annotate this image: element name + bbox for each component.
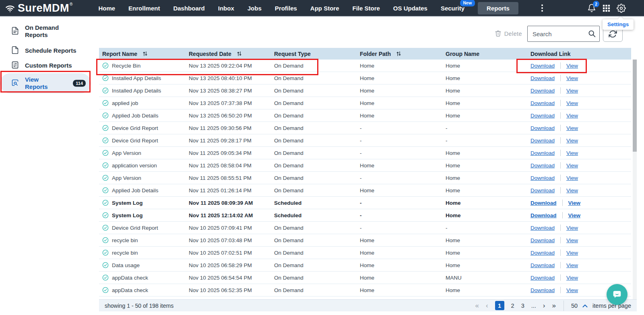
view-link[interactable]: View — [566, 100, 578, 106]
download-link[interactable]: Download — [530, 262, 555, 268]
table-row[interactable]: System Log Nov 11 2025 08:09:39 AM Sched… — [99, 197, 631, 209]
table-row[interactable]: Recycle Bin Nov 13 2025 09:22:04 PM On D… — [99, 60, 631, 72]
column-header-requested-date[interactable]: Requested Date — [186, 51, 271, 57]
download-link[interactable]: Download — [530, 287, 555, 293]
table-row[interactable]: System Log Nov 11 2025 12:14:02 AM Sched… — [99, 209, 631, 222]
table-scrollbar-thumb[interactable] — [633, 60, 637, 152]
page-button-1[interactable]: 1 — [495, 301, 504, 310]
view-link[interactable]: View — [566, 237, 578, 243]
download-link[interactable]: Download — [530, 113, 555, 119]
download-link[interactable]: Download — [530, 237, 555, 243]
sort-icon[interactable] — [143, 51, 147, 56]
sort-icon[interactable] — [396, 51, 401, 56]
page-button-2[interactable]: 2 — [511, 303, 514, 309]
download-link[interactable]: Download — [530, 163, 555, 169]
view-link[interactable]: View — [566, 225, 578, 231]
download-link[interactable]: Download — [530, 187, 555, 194]
sort-icon[interactable] — [237, 51, 242, 56]
table-row[interactable]: appData check Nov 10 2025 06:54:54 PM On… — [99, 272, 631, 284]
table-row[interactable]: App Version Nov 11 2025 08:55:51 PM On D… — [99, 172, 631, 184]
nav-item-profiles[interactable]: Profiles — [275, 5, 297, 12]
view-link[interactable]: View — [566, 150, 578, 156]
table-row[interactable]: Applied Job Details Nov 13 2025 06:50:20… — [99, 109, 631, 122]
table-row[interactable]: Device Grid Report Nov 11 2025 09:30:56 … — [99, 122, 631, 134]
table-row[interactable]: recycle bin Nov 10 2025 07:02:51 PM On D… — [99, 247, 631, 259]
table-row[interactable]: recycle bin Nov 10 2025 07:03:48 PM On D… — [99, 234, 631, 247]
nav-item-home[interactable]: Home — [98, 5, 115, 12]
column-header-group-name[interactable]: Group Name — [442, 51, 527, 57]
more-menu-icon[interactable] — [540, 3, 545, 13]
sidebar-item-schedule-reports[interactable]: Schedule Reports — [0, 46, 91, 56]
view-link[interactable]: View — [566, 125, 578, 131]
nav-item-os-updates[interactable]: OS Updates — [393, 5, 427, 12]
brand-logo[interactable]: SureMDM ® — [5, 0, 72, 16]
download-link[interactable]: Download — [530, 250, 555, 256]
view-link[interactable]: View — [566, 250, 578, 256]
nav-item-file-store[interactable]: File Store — [353, 5, 380, 12]
download-link[interactable]: Download — [530, 125, 555, 131]
column-header-report-name[interactable]: Report Name — [99, 51, 186, 57]
view-link[interactable]: View — [566, 113, 578, 119]
nav-item-app-store[interactable]: App Store — [310, 5, 339, 12]
next-page-button[interactable]: › — [543, 303, 545, 309]
table-row[interactable]: Applied Job Details Nov 11 2025 01:26:14… — [99, 184, 631, 197]
nav-item-jobs[interactable]: Jobs — [248, 5, 262, 12]
table-row[interactable]: Installed App Details Nov 13 2025 08:40:… — [99, 72, 631, 84]
page-button-3[interactable]: 3 — [521, 303, 524, 309]
view-link[interactable]: View — [566, 138, 578, 144]
download-link[interactable]: Download — [530, 275, 555, 281]
chevron-up-icon[interactable] — [582, 303, 588, 309]
download-link[interactable]: Download — [530, 138, 555, 144]
table-row[interactable]: App Version Nov 11 2025 09:05:34 PM On D… — [99, 147, 631, 159]
sidebar-item-custom-reports[interactable]: Custom Reports — [0, 61, 91, 70]
view-link[interactable]: View — [566, 275, 578, 281]
settings-gear-icon[interactable] — [617, 4, 626, 13]
notifications-bell-icon[interactable]: 2 — [587, 4, 596, 12]
table-row[interactable]: application version Nov 11 2025 08:58:04… — [99, 159, 631, 172]
chat-support-button[interactable] — [607, 284, 627, 305]
report-name: App Version — [112, 175, 141, 181]
table-scrollbar-track[interactable] — [633, 60, 637, 311]
column-header-request-type[interactable]: Request Type — [271, 51, 357, 57]
delete-button[interactable]: Delete — [495, 30, 522, 38]
view-link[interactable]: View — [566, 175, 578, 181]
view-link[interactable]: View — [566, 63, 578, 69]
download-link[interactable]: Download — [530, 212, 557, 218]
download-link[interactable]: Download — [530, 100, 555, 106]
sidebar-item-on-demand-reports[interactable]: On Demand Reports — [0, 24, 91, 39]
table-row[interactable]: Device Grid Report Nov 11 2025 09:28:17 … — [99, 134, 631, 147]
page-size-value[interactable]: 50 — [571, 303, 578, 309]
sidebar-item-view-reports[interactable]: View Reports 114 — [0, 73, 91, 93]
nav-item-security[interactable]: Security New — [441, 5, 464, 12]
nav-item-reports[interactable]: Reports — [478, 2, 518, 14]
table-row[interactable]: appData check Nov 10 2025 06:52:35 PM On… — [99, 284, 631, 296]
column-header-folder-path[interactable]: Folder Path — [357, 51, 442, 57]
download-link[interactable]: Download — [530, 88, 555, 94]
table-row[interactable]: Device Grid Report Nov 10 2025 07:09:41 … — [99, 222, 631, 234]
view-link[interactable]: View — [566, 163, 578, 169]
download-link[interactable]: Download — [530, 150, 555, 156]
download-link[interactable]: Download — [530, 75, 555, 81]
table-row[interactable]: Data usage Nov 10 2025 06:58:29 PM On De… — [99, 259, 631, 272]
table-row[interactable]: Installed App Details Nov 13 2025 08:38:… — [99, 84, 631, 97]
download-link[interactable]: Download — [530, 200, 557, 206]
download-link[interactable]: Download — [530, 225, 555, 231]
nav-item-enrollment[interactable]: Enrollment — [128, 5, 160, 12]
nav-item-inbox[interactable]: Inbox — [218, 5, 234, 12]
table-row[interactable]: applied job Nov 13 2025 07:37:38 PM On D… — [99, 97, 631, 109]
last-page-button[interactable]: » — [552, 303, 555, 309]
apps-grid-icon[interactable] — [602, 4, 611, 12]
search-icon[interactable] — [588, 29, 596, 39]
download-link[interactable]: Download — [530, 175, 555, 181]
view-link[interactable]: View — [566, 262, 578, 268]
view-link[interactable]: View — [566, 287, 578, 293]
previous-page-button[interactable]: ‹ — [486, 303, 488, 309]
view-link[interactable]: View — [568, 212, 581, 218]
view-link[interactable]: View — [566, 88, 578, 94]
nav-item-dashboard[interactable]: Dashboard — [173, 5, 204, 12]
view-link[interactable]: View — [566, 75, 578, 81]
view-link[interactable]: View — [566, 187, 578, 194]
first-page-button[interactable]: « — [475, 303, 479, 309]
download-link[interactable]: Download — [530, 63, 555, 69]
view-link[interactable]: View — [568, 200, 581, 206]
